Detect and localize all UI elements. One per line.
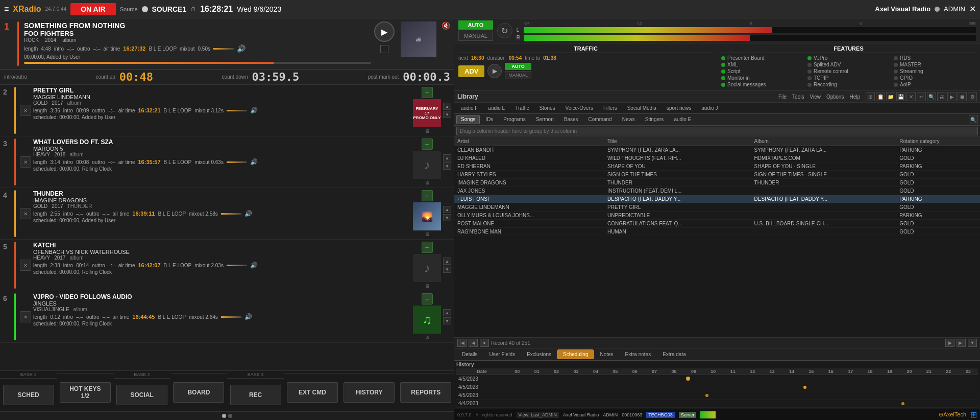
adv-button[interactable]: ADV <box>458 65 484 77</box>
traffic-manual-btn[interactable]: MANUAL <box>505 71 531 79</box>
sub-tab-sermon[interactable]: Sermon <box>531 115 558 124</box>
lib-tool-6[interactable]: ↩ <box>917 92 926 101</box>
scroll-down[interactable]: ▼ <box>443 162 451 170</box>
item-add-button[interactable]: + <box>422 293 433 305</box>
item-volume-icon[interactable]: 🔊 <box>250 262 258 269</box>
lib-menu-tools[interactable]: Tools <box>790 94 806 100</box>
page-next[interactable]: ▶ <box>945 339 954 347</box>
sub-tab-command[interactable]: Command <box>584 115 617 124</box>
lib-menu-file[interactable]: File <box>776 94 789 100</box>
manual-button[interactable]: MANUAL <box>458 31 493 41</box>
item-add-button[interactable]: + <box>422 138 433 150</box>
audio-tab-j[interactable]: audio J <box>697 104 722 112</box>
lib-tool-5[interactable]: ✕ <box>906 92 916 101</box>
item-volume-icon[interactable]: 🔊 <box>250 158 258 166</box>
audio-tab-fillers[interactable]: Fillers <box>599 104 622 112</box>
library-row[interactable]: JAX JONES INSTRUCTION (FEAT. DEMI L... G… <box>454 187 980 195</box>
auto-button[interactable]: AUTO <box>458 20 493 30</box>
detail-tab-scheduling[interactable]: Scheduling <box>557 349 594 359</box>
library-row[interactable]: POST MALONE CONGRATULATIONS FEAT. Q... U… <box>454 220 980 228</box>
library-row[interactable]: MAGGIE LINDEMANN PRETTY GIRL GOLD <box>454 203 980 212</box>
detail-tab-extradata[interactable]: Extra data <box>657 349 692 359</box>
lib-tool-1[interactable]: ⊞ <box>866 92 875 101</box>
item-add-button[interactable]: + <box>422 87 433 98</box>
detail-tab-details[interactable]: Details <box>456 349 483 359</box>
board-button[interactable]: BOARD <box>173 382 224 403</box>
item-monitor-icon[interactable]: 🖥 <box>425 231 430 237</box>
detail-tab-exclusions[interactable]: Exclusions <box>521 349 557 359</box>
library-row[interactable]: DJ KHALED WILD THOUGHTS (FEAT. RIH... HD… <box>454 154 980 162</box>
scroll-up[interactable]: ▲ <box>443 103 451 110</box>
audio-tab-f[interactable]: audio F <box>456 104 482 112</box>
audio-tab-traffic[interactable]: Traffic <box>510 104 533 112</box>
library-row[interactable]: OLLY MURS & LOUISA JOHNS... UNPREDICTABL… <box>454 212 980 220</box>
np-volume-icon[interactable]: 🔊 <box>237 44 246 53</box>
lib-tool-7[interactable]: 🔍 <box>927 92 936 101</box>
library-row[interactable]: › LUIS FONSI DESPACITO (FEAT. DADDY Y...… <box>454 195 980 203</box>
item-monitor-icon[interactable]: 🖥 <box>425 128 430 134</box>
item-add-button[interactable]: + <box>422 242 433 253</box>
col-rotation[interactable]: Rotation category <box>896 137 980 146</box>
audio-tab-l[interactable]: audio L <box>483 104 509 112</box>
scroll-down[interactable]: ▼ <box>443 266 451 273</box>
lib-menu-view[interactable]: View <box>807 94 823 100</box>
detail-tab-userfields[interactable]: User Fields <box>484 349 521 359</box>
detail-tab-notes[interactable]: Notes <box>594 349 619 359</box>
scroll-down[interactable]: ▼ <box>443 317 451 324</box>
on-air-button[interactable]: ON AIR <box>70 3 115 15</box>
library-row[interactable]: RAG'N'BONE MAN HUMAN GOLD <box>454 228 980 236</box>
item-cross[interactable]: ✕ <box>20 105 31 116</box>
lib-tool-print[interactable]: 🖨 <box>937 92 946 101</box>
item-cross[interactable]: ✕ <box>20 260 31 271</box>
item-add-button[interactable]: + <box>422 190 433 201</box>
lib-search-icon[interactable]: 🔍 <box>969 115 978 124</box>
item-cross[interactable]: ✕ <box>20 156 31 168</box>
audio-tab-sportnews[interactable]: sport news <box>662 104 696 112</box>
lib-tool-3[interactable]: 📁 <box>886 92 895 101</box>
sub-tab-audoe[interactable]: audio E <box>669 115 696 124</box>
scroll-down[interactable]: ▼ <box>443 111 451 118</box>
close-button[interactable]: ✕ <box>969 4 976 14</box>
detail-tab-extranotes[interactable]: Extra notes <box>620 349 657 359</box>
page-dot-1[interactable] <box>222 414 226 418</box>
item-volume-icon[interactable]: 🔊 <box>244 313 252 320</box>
item-monitor-icon[interactable]: 🖥 <box>425 180 430 185</box>
library-row[interactable]: CLEAN BANDIT SYMPHONY (FEAT. ZARA LA... … <box>454 146 980 154</box>
item-monitor-icon[interactable]: 🖥 <box>425 283 430 289</box>
page-filter[interactable]: ▼ <box>968 339 977 347</box>
sub-tab-news[interactable]: News <box>618 115 640 124</box>
lib-tool-play[interactable]: ▶ <box>947 92 957 101</box>
traffic-auto-btn[interactable]: AUTO <box>505 63 531 70</box>
lib-menu-help[interactable]: Help <box>847 94 862 100</box>
audio-tab-socialmedia[interactable]: Social Media <box>623 104 661 112</box>
rec-button[interactable]: REC <box>230 385 281 405</box>
lib-tool-2[interactable]: 📋 <box>876 92 885 101</box>
item-cross[interactable]: ✕ <box>20 311 31 322</box>
sub-tab-programs[interactable]: Programs <box>499 115 530 124</box>
library-row[interactable]: HARRY STYLES SIGN OF THE TIMES SIGN OF T… <box>454 171 980 179</box>
extcmd-button[interactable]: EXT CMD <box>287 382 338 403</box>
library-search-input[interactable] <box>456 127 978 135</box>
audio-tab-voiceovers[interactable]: Voice-Overs <box>561 104 598 112</box>
sub-tab-stingers[interactable]: Stingers <box>641 115 669 124</box>
lib-tool-4[interactable]: 💾 <box>896 92 905 101</box>
sub-tab-bases[interactable]: Bases <box>559 115 583 124</box>
item-volume-icon[interactable]: 🔊 <box>244 210 252 217</box>
page-first[interactable]: |◀ <box>457 339 467 347</box>
page-last[interactable]: ▶| <box>957 339 966 347</box>
item-monitor-icon[interactable]: 🖥 <box>425 335 430 340</box>
hotkeys-button[interactable]: HOT KEYS 1/2 <box>60 382 111 403</box>
sub-tab-songs[interactable]: Songs <box>456 115 480 124</box>
lib-tool-settings[interactable]: ⚙ <box>968 92 977 101</box>
scroll-up[interactable]: ▲ <box>443 206 451 213</box>
lib-menu-options[interactable]: Options <box>824 94 846 100</box>
audio-tab-stories[interactable]: Stories <box>534 104 559 112</box>
sched-button[interactable]: SCHED <box>3 385 54 405</box>
np-mute-icon[interactable]: 🔇 <box>442 21 450 66</box>
col-title[interactable]: Title <box>604 137 751 146</box>
refresh-button[interactable]: ↻ <box>497 23 512 38</box>
np-play-button[interactable]: ▶ <box>374 21 395 42</box>
scroll-up[interactable]: ▲ <box>443 309 451 316</box>
page-prev[interactable]: ◀ <box>469 339 478 347</box>
social-button[interactable]: SOCIAL <box>116 385 167 405</box>
